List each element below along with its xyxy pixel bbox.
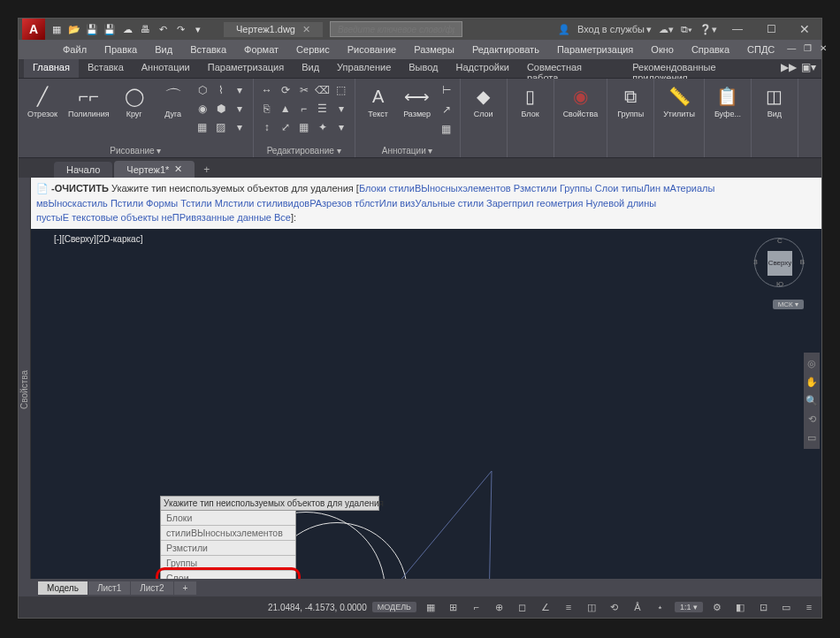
nav-pan-icon[interactable]: ✋ — [806, 376, 818, 388]
draw-sm2-icon[interactable]: ⌇ — [213, 82, 229, 98]
polyline-button[interactable]: ⌐⌐Полилиния — [65, 82, 113, 121]
otrack-icon[interactable]: ∠ — [537, 598, 554, 616]
hardware-icon[interactable]: ⊡ — [754, 598, 772, 616]
anno-s2-icon[interactable]: ↗ — [439, 102, 454, 118]
cycling-icon[interactable]: ⟲ — [606, 598, 623, 616]
dim-button[interactable]: ⟷Размер — [400, 82, 435, 121]
file-tab[interactable]: Чертеж1.dwg✕ — [224, 22, 323, 37]
model-space-toggle[interactable]: МОДЕЛЬ — [372, 602, 416, 612]
block-button[interactable]: ▯Блок — [513, 82, 548, 121]
ribbon-play-icon[interactable]: ▶▶ — [781, 59, 797, 75]
login-button[interactable]: Вход в службы ▾ — [577, 24, 652, 35]
mod-s2-icon[interactable]: ☰ — [315, 101, 331, 117]
menu-modify[interactable]: Редактировать — [463, 40, 548, 59]
customize-icon[interactable]: ≡ — [800, 598, 818, 616]
properties-palette[interactable]: Свойства — [19, 229, 31, 580]
panel-edit-title[interactable]: Редактирование ▾ — [259, 144, 349, 157]
anno-s1-icon[interactable]: ⊢ — [439, 82, 454, 98]
mod-s4-icon[interactable]: ▾ — [333, 119, 349, 135]
mod-fillet-icon[interactable]: ⌐ — [296, 101, 312, 117]
utils-button[interactable]: 📏Утилиты — [660, 82, 699, 121]
rtab-addons[interactable]: Надстройки — [447, 59, 518, 78]
view-button[interactable]: ◫Вид — [757, 82, 792, 121]
rtab-insert[interactable]: Вставка — [79, 59, 133, 78]
qat-cloud-icon[interactable]: ☁ — [119, 21, 135, 37]
rtab-home[interactable]: Главная — [24, 59, 79, 78]
doc-tab-active[interactable]: Чертеж1*✕ — [114, 161, 195, 178]
close-button[interactable]: ✕ — [791, 20, 818, 38]
draw-sm3-icon[interactable]: ▾ — [232, 82, 248, 98]
panel-draw-title[interactable]: Рисование ▾ — [24, 144, 248, 157]
rtab-output[interactable]: Вывод — [400, 59, 447, 78]
menu-format[interactable]: Формат — [235, 40, 287, 59]
popup-item[interactable]: стилиВЫносныхэлементов — [161, 526, 295, 541]
mod-move-icon[interactable]: ↔ — [259, 82, 275, 98]
rtab-anno[interactable]: Аннотации — [133, 59, 199, 78]
clipboard-button[interactable]: 📋Буфе... — [710, 82, 745, 121]
groups-button[interactable]: ⧉Группы — [613, 82, 648, 121]
isolate-icon[interactable]: ◧ — [731, 598, 749, 616]
rtab-collab[interactable]: Совместная работа — [518, 59, 623, 78]
mod-s1-icon[interactable]: ⬚ — [333, 82, 349, 98]
layout-tab-2[interactable]: Лист2 — [131, 581, 172, 595]
rtab-param[interactable]: Параметризация — [199, 59, 293, 78]
doc-min-button[interactable]: — — [783, 40, 799, 56]
line-button[interactable]: ╱Отрезок — [24, 82, 61, 121]
ribbon-collapse-icon[interactable]: ▣▾ — [800, 59, 816, 75]
draw-sm1-icon[interactable]: ⬡ — [195, 82, 210, 98]
layers-button[interactable]: ◆Слои — [466, 82, 501, 121]
drawing-canvas[interactable]: Свойства [-][Сверху][2D-каркас] Y Укажит… — [19, 229, 821, 580]
mod-s3-icon[interactable]: ▾ — [333, 101, 349, 117]
nav-wheel-icon[interactable]: ◎ — [807, 358, 816, 369]
layout-tab-model[interactable]: Модель — [38, 581, 88, 595]
qat-redo-icon[interactable]: ↷ — [172, 21, 188, 37]
viewcube-face[interactable]: Сверху — [767, 251, 792, 276]
account-icon[interactable]: 👤 — [558, 24, 570, 35]
menu-insert[interactable]: Вставка — [181, 40, 235, 59]
help-icon[interactable]: ❔▾ — [699, 24, 717, 35]
lineweight-icon[interactable]: ≡ — [560, 598, 577, 616]
rtab-manage[interactable]: Управление — [328, 59, 400, 78]
command-line[interactable]: 📄 -ОЧИСТИТЬ Укажите тип неиспользуемых о… — [31, 178, 821, 229]
qat-print-icon[interactable]: 🖶 — [137, 21, 153, 37]
osnap-icon[interactable]: ◻ — [514, 598, 531, 616]
annoscale-icon[interactable]: Å — [629, 598, 646, 616]
mod-mirror-icon[interactable]: ▲ — [278, 101, 294, 117]
annovis-icon[interactable]: ⋆ — [652, 598, 669, 616]
draw-sm9-icon[interactable]: ▾ — [232, 119, 248, 135]
polar-icon[interactable]: ⊕ — [491, 598, 508, 616]
minimize-button[interactable]: — — [724, 20, 751, 38]
props-button[interactable]: ◉Свойства — [560, 82, 602, 121]
menu-spds[interactable]: СПДС — [738, 40, 783, 59]
qat-open-icon[interactable]: 📂 — [66, 21, 82, 37]
rtab-recommend[interactable]: Рекомендованные приложения — [623, 59, 781, 78]
mod-trim-icon[interactable]: ✂ — [296, 82, 312, 98]
popup-item[interactable]: Рзмстили — [161, 541, 295, 556]
menu-param[interactable]: Параметризация — [548, 40, 642, 59]
new-tab-button[interactable]: + — [196, 162, 217, 178]
qat-new-icon[interactable]: ▦ — [49, 21, 65, 37]
grid-icon[interactable]: ▦ — [422, 598, 439, 616]
menu-draw[interactable]: Рисование — [339, 40, 405, 59]
tab-close-icon[interactable]: ✕ — [174, 163, 182, 175]
maximize-button[interactable]: ☐ — [758, 20, 784, 38]
popup-item[interactable]: Блоки — [161, 511, 295, 526]
popup-item[interactable]: Группы — [161, 556, 295, 571]
panel-anno-title[interactable]: Аннотации ▾ — [361, 144, 454, 157]
arc-button[interactable]: ⌒Дуга — [156, 82, 191, 121]
doc-tab-start[interactable]: Начало — [54, 162, 112, 178]
layout-tab-add[interactable]: + — [174, 581, 197, 595]
menu-view[interactable]: Вид — [146, 40, 181, 59]
mod-explode-icon[interactable]: ✦ — [315, 119, 331, 135]
search-input[interactable] — [330, 21, 462, 37]
circle-button[interactable]: ◯Круг — [117, 82, 152, 121]
doc-max-button[interactable]: ❐ — [799, 40, 815, 56]
draw-sm8-icon[interactable]: ▨ — [213, 119, 229, 135]
mod-copy-icon[interactable]: ⎘ — [259, 101, 275, 117]
app-logo[interactable]: A — [22, 19, 45, 40]
draw-sm6-icon[interactable]: ▾ — [232, 101, 248, 117]
viewport-label[interactable]: [-][Сверху][2D-каркас] — [54, 234, 142, 244]
snap-icon[interactable]: ⊞ — [445, 598, 462, 616]
draw-sm4-icon[interactable]: ◉ — [195, 101, 210, 117]
mod-erase-icon[interactable]: ⌫ — [315, 82, 331, 98]
